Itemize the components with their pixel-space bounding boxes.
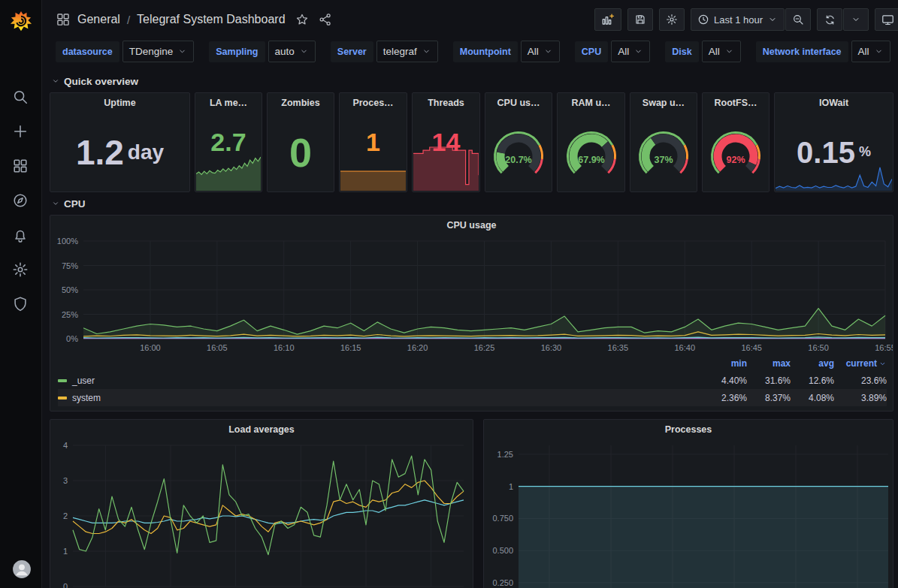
legend-header-label: min xyxy=(731,358,747,369)
stat-panel-iowait: IOWait0.15% xyxy=(774,92,893,192)
series-name: iowait xyxy=(72,410,95,412)
panel-title[interactable]: CPU us… xyxy=(485,93,552,113)
svg-text:3: 3 xyxy=(63,476,68,485)
stat-panel-ramu: RAM u…67.9% xyxy=(557,92,625,192)
sidebar-item-search[interactable] xyxy=(12,89,30,107)
user-avatar[interactable] xyxy=(12,559,30,577)
panel-title[interactable]: Swap u… xyxy=(630,93,697,113)
legend-sort-current[interactable]: current xyxy=(834,358,887,369)
variable-value-dropdown[interactable]: All xyxy=(702,41,741,62)
load-averages-chart: 0123416:0016:1016:2016:3016:4016:50 xyxy=(50,439,473,588)
sidebar-item-dashboards[interactable] xyxy=(12,158,30,176)
gauge: 37% xyxy=(631,127,696,178)
panel-title[interactable]: Uptime xyxy=(50,93,189,113)
panel-title[interactable]: IOWait xyxy=(775,93,893,113)
stat-value-area: 0 xyxy=(268,113,334,191)
series-name: system xyxy=(72,393,101,403)
variable-label[interactable]: CPU xyxy=(575,41,608,62)
series-color-swatch[interactable] xyxy=(58,397,67,400)
chevron-down-icon xyxy=(51,199,60,208)
sidebar xyxy=(0,0,42,588)
add-icon xyxy=(12,123,29,140)
panel-title[interactable]: Proces… xyxy=(340,93,407,113)
variable-label[interactable]: datasource xyxy=(56,41,119,62)
variable-value-dropdown[interactable]: TDengine xyxy=(122,41,195,62)
chevron-down-icon xyxy=(874,47,884,56)
refresh-button[interactable] xyxy=(817,8,842,31)
sidebar-item-alerting[interactable] xyxy=(12,227,30,245)
chevron-down-icon xyxy=(767,14,778,25)
panel-title[interactable]: Threads xyxy=(413,93,479,113)
chevron-down-icon xyxy=(51,77,60,86)
star-icon[interactable] xyxy=(295,13,309,26)
panel-title[interactable]: RAM u… xyxy=(558,93,624,113)
variable-mountpoint: MountpointAll xyxy=(453,41,560,62)
variable-label[interactable]: Sampling xyxy=(209,41,265,62)
legend-value-avg: 1.10% xyxy=(791,410,834,412)
grafana-logo[interactable] xyxy=(0,0,42,42)
add-panel-button[interactable] xyxy=(594,8,621,31)
panel-title[interactable]: CPU usage xyxy=(50,216,893,235)
breadcrumb-separator: / xyxy=(127,14,130,26)
legend-value-avg: 12.6% xyxy=(791,375,834,386)
svg-text:1: 1 xyxy=(63,547,68,556)
section-quick-overview[interactable]: Quick overview xyxy=(50,70,893,92)
sidebar-item-add[interactable] xyxy=(12,123,30,141)
chevron-down-icon xyxy=(878,360,887,368)
variable-value-dropdown[interactable]: All xyxy=(611,41,650,62)
breadcrumb: General / Telegraf System Dashboard xyxy=(56,12,332,27)
variable-value-dropdown[interactable]: telegraf xyxy=(376,41,438,62)
share-icon[interactable] xyxy=(319,13,332,26)
variable-label[interactable]: Disk xyxy=(665,41,698,62)
kiosk-mode-button[interactable] xyxy=(875,8,898,31)
panel-title[interactable]: RootFS… xyxy=(703,93,769,113)
stats-row: Uptime1.2dayLA me…2.7Zombies0Proces…1Thr… xyxy=(50,92,893,192)
svg-text:25%: 25% xyxy=(62,310,78,319)
svg-text:0.250: 0.250 xyxy=(492,578,513,587)
section-label: CPU xyxy=(64,198,86,210)
sidebar-item-server-admin[interactable] xyxy=(12,296,30,314)
svg-text:92%: 92% xyxy=(726,155,745,165)
chevron-down-icon xyxy=(724,47,734,56)
refresh-interval-button[interactable] xyxy=(843,8,869,31)
svg-text:16:45: 16:45 xyxy=(741,343,762,352)
legend-series-toggle[interactable]: iowait xyxy=(58,410,703,412)
variable-server: Servertelegraf xyxy=(331,41,438,62)
legend-sort-avg[interactable]: avg xyxy=(791,358,834,369)
legend-series-toggle[interactable]: system xyxy=(58,393,703,403)
legend-series-toggle[interactable]: _user xyxy=(58,375,703,386)
legend-header: minmaxavgcurrent xyxy=(58,355,887,372)
variable-value: All xyxy=(858,46,869,57)
panel-title[interactable]: LA me… xyxy=(195,93,262,113)
sidebar-item-explore[interactable] xyxy=(12,192,30,210)
panel-title[interactable]: Zombies xyxy=(268,93,334,113)
variable-label[interactable]: Network interface xyxy=(756,41,848,62)
panel-load-averages: Load averages 0123416:0016:1016:2016:301… xyxy=(50,419,473,588)
variable-value-dropdown[interactable]: All xyxy=(851,41,890,62)
zoom-out-button[interactable] xyxy=(785,8,811,31)
legend-sort-max[interactable]: max xyxy=(747,358,791,369)
explore-icon xyxy=(12,192,29,209)
section-cpu[interactable]: CPU xyxy=(50,192,893,215)
save-dashboard-button[interactable] xyxy=(627,8,653,31)
variable-label[interactable]: Mountpoint xyxy=(453,41,518,62)
legend-sort-min[interactable]: min xyxy=(703,358,747,369)
stat-panel-proces: Proces…1 xyxy=(339,92,407,192)
sidebar-item-configuration[interactable] xyxy=(12,261,30,279)
time-range-picker[interactable]: Last 1 hour xyxy=(691,8,785,31)
page-title[interactable]: Telegraf System Dashboard xyxy=(137,13,285,26)
stat-panel-swapu: Swap u…37% xyxy=(630,92,697,192)
panel-title[interactable]: Processes xyxy=(484,420,893,439)
svg-text:16:55: 16:55 xyxy=(875,343,893,352)
series-color-swatch[interactable] xyxy=(58,379,67,382)
variable-value-dropdown[interactable]: All xyxy=(521,41,560,62)
svg-text:0: 0 xyxy=(63,582,68,588)
breadcrumb-section[interactable]: General xyxy=(77,13,120,26)
panel-title[interactable]: Load averages xyxy=(50,420,473,439)
svg-text:0.750: 0.750 xyxy=(492,514,513,523)
variable-value: auto xyxy=(275,46,295,57)
stat-value: 14 xyxy=(432,129,461,155)
dashboard-settings-button[interactable] xyxy=(659,8,685,31)
variable-value-dropdown[interactable]: auto xyxy=(268,41,316,62)
variable-label[interactable]: Server xyxy=(331,41,373,62)
